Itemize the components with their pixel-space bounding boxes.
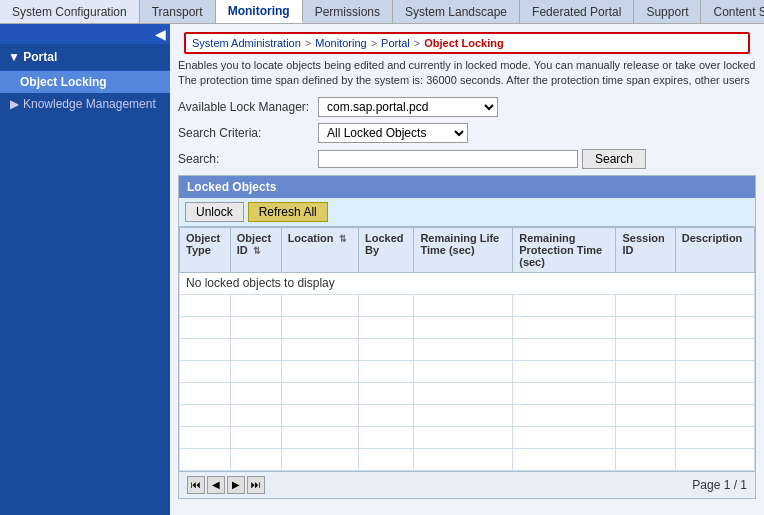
content-area: System Administration > Monitoring > Por… [170,24,764,515]
refresh-all-button[interactable]: Refresh All [248,202,328,222]
search-criteria-label: Search Criteria: [178,126,318,140]
page-description: Enables you to locate objects being edit… [178,58,756,89]
nav-system-landscape[interactable]: System Landscape [393,0,520,23]
col-remaining-life: Remaining LifeTime (sec) [414,227,513,272]
search-button[interactable]: Search [582,149,646,169]
locked-objects-table: ObjectType ObjectID ⇅ Location ⇅ LockedB… [179,227,755,471]
nav-content-statistics[interactable]: Content Statistics [701,0,764,23]
col-locked-by: LockedBy [358,227,413,272]
table-row [180,360,755,382]
col-description: Description [675,227,754,272]
col-session-id: SessionID [616,227,675,272]
table-row [180,382,755,404]
sidebar-collapse-icon: ◀ [155,26,166,42]
col-object-id: ObjectID ⇅ [230,227,281,272]
col-location: Location ⇅ [281,227,358,272]
breadcrumb-sep-2: > [371,37,377,49]
sidebar-portal[interactable]: ▼ Portal [0,44,170,71]
breadcrumb: System Administration > Monitoring > Por… [184,32,750,54]
col-object-type: ObjectType [180,227,231,272]
locked-toolbar: Unlock Refresh All [179,198,755,227]
page-info: Page 1 / 1 [692,478,747,492]
knowledge-arrow-icon: ▶ [10,97,19,111]
unlock-button[interactable]: Unlock [185,202,244,222]
lock-manager-select[interactable]: com.sap.portal.pcd [318,97,498,117]
table-row [180,316,755,338]
table-row [180,404,755,426]
nav-support[interactable]: Support [634,0,701,23]
sort-location-icon[interactable]: ⇅ [339,234,347,244]
next-page-button[interactable]: ▶ [227,476,245,494]
breadcrumb-current: Object Locking [424,37,503,49]
pagination-bar: ⏮ ◀ ▶ ⏭ Page 1 / 1 [179,471,755,498]
locked-objects-header: Locked Objects [179,176,755,198]
lock-manager-label: Available Lock Manager: [178,100,318,114]
nav-permissions[interactable]: Permissions [303,0,393,23]
main-layout: ◀ ▼ Portal Object Locking ▶ Knowledge Ma… [0,24,764,515]
breadcrumb-monitoring[interactable]: Monitoring [315,37,366,49]
table-row [180,338,755,360]
search-row: Search: Search [178,149,756,169]
pagination-buttons: ⏮ ◀ ▶ ⏭ [187,476,265,494]
top-nav: System Configuration Transport Monitorin… [0,0,764,24]
no-data-message: No locked objects to display [180,272,755,294]
table-row [180,426,755,448]
search-input[interactable] [318,150,578,168]
breadcrumb-system-admin[interactable]: System Administration [192,37,301,49]
search-criteria-select[interactable]: All Locked ObjectsLocked By Me [318,123,468,143]
nav-system-configuration[interactable]: System Configuration [0,0,140,23]
sidebar: ◀ ▼ Portal Object Locking ▶ Knowledge Ma… [0,24,170,515]
breadcrumb-sep-1: > [305,37,311,49]
table-row [180,294,755,316]
portal-arrow-icon: ▼ [8,50,23,64]
first-page-button[interactable]: ⏮ [187,476,205,494]
sort-object-id-icon[interactable]: ⇅ [253,246,261,256]
breadcrumb-portal[interactable]: Portal [381,37,410,49]
nav-transport[interactable]: Transport [140,0,216,23]
table-header-row: ObjectType ObjectID ⇅ Location ⇅ LockedB… [180,227,755,272]
last-page-button[interactable]: ⏭ [247,476,265,494]
prev-page-button[interactable]: ◀ [207,476,225,494]
sidebar-item-object-locking[interactable]: Object Locking [0,71,170,93]
sidebar-item-knowledge-management[interactable]: ▶ Knowledge Management [0,93,170,115]
col-remaining-protection: RemainingProtection Time(sec) [513,227,616,272]
search-criteria-row: Search Criteria: All Locked ObjectsLocke… [178,123,756,143]
sidebar-toggle[interactable]: ◀ [0,24,170,44]
no-data-row: No locked objects to display [180,272,755,294]
breadcrumb-sep-3: > [414,37,420,49]
locked-objects-section: Locked Objects Unlock Refresh All Object… [178,175,756,499]
search-label: Search: [178,152,318,166]
lock-manager-row: Available Lock Manager: com.sap.portal.p… [178,97,756,117]
table-row [180,448,755,470]
nav-federated-portal[interactable]: Federated Portal [520,0,634,23]
object-locking-label: Object Locking [20,75,107,89]
nav-monitoring[interactable]: Monitoring [216,0,303,23]
